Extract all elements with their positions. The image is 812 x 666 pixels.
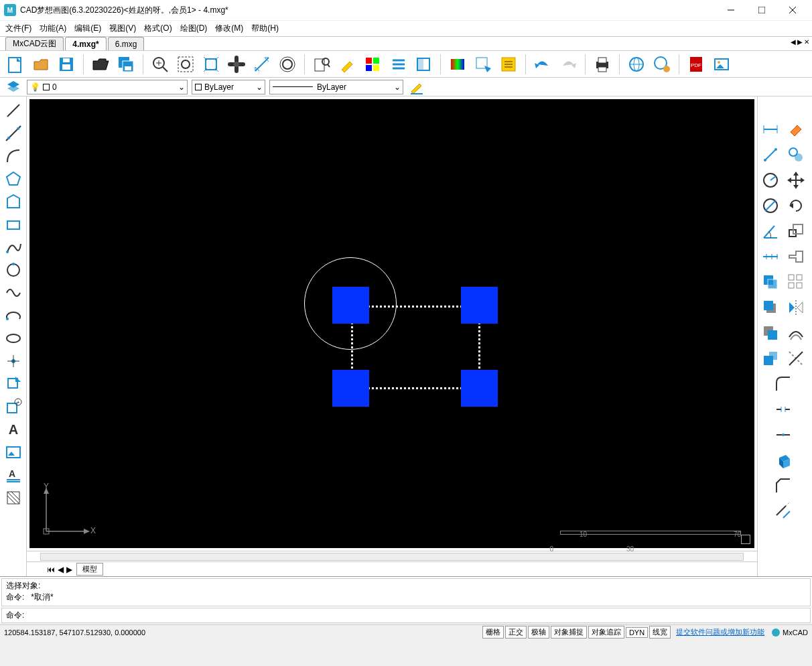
tab-prev-icon[interactable]: ◀: [791, 38, 796, 46]
feedback-link[interactable]: 提交软件问题或增加新功能: [676, 627, 764, 637]
break-icon[interactable]: [758, 397, 809, 422]
zoom-in-icon[interactable]: [149, 53, 172, 76]
measure-icon[interactable]: [251, 53, 273, 76]
pan-icon[interactable]: [225, 53, 248, 76]
new-file-icon[interactable]: [4, 53, 27, 76]
block-create-icon[interactable]: +: [2, 395, 25, 418]
lineweight-toggle[interactable]: 线宽: [649, 626, 671, 639]
h-scrollbar[interactable]: [27, 551, 757, 561]
globe-gear-icon[interactable]: [651, 53, 673, 76]
array-icon[interactable]: [783, 269, 809, 295]
fillet-icon[interactable]: [758, 371, 809, 397]
tab-prev-icon[interactable]: ◀: [58, 565, 64, 574]
copy-icon[interactable]: [783, 142, 809, 168]
tab-first-icon[interactable]: ⏮: [47, 565, 55, 574]
bring-front-icon[interactable]: [758, 295, 783, 320]
globe-icon[interactable]: [625, 53, 648, 76]
point-tool-icon[interactable]: [2, 350, 25, 373]
dim-continue-icon[interactable]: [758, 244, 783, 269]
redo-icon[interactable]: [557, 53, 580, 76]
doc-tab[interactable]: 4.mxg*: [65, 37, 106, 50]
viewcube-icon[interactable]: [741, 535, 750, 544]
chamfer-icon[interactable]: [758, 473, 809, 498]
command-input[interactable]: [27, 611, 806, 620]
save-icon[interactable]: [55, 53, 78, 76]
ellipse-tool-icon[interactable]: [2, 327, 25, 350]
offset-icon[interactable]: [783, 320, 809, 346]
arc-tool-icon[interactable]: [2, 145, 25, 168]
list-icon[interactable]: [387, 53, 409, 76]
folder-open-icon[interactable]: [89, 53, 112, 76]
menu-file[interactable]: 文件(F): [5, 23, 31, 34]
send-back-icon[interactable]: [758, 320, 783, 346]
color-palette-icon[interactable]: [361, 53, 384, 76]
dim-radius-icon[interactable]: [758, 168, 783, 193]
dim-angular-icon[interactable]: [758, 218, 783, 244]
undo-icon[interactable]: [531, 53, 554, 76]
maximize-button[interactable]: [746, 0, 777, 20]
circle-tool-icon[interactable]: [2, 259, 25, 281]
find-icon[interactable]: [310, 53, 333, 76]
pdf-icon[interactable]: PDF: [685, 53, 707, 76]
polygon-tool-icon[interactable]: [2, 168, 25, 190]
polar-toggle[interactable]: 极轴: [528, 626, 549, 639]
osnap-toggle[interactable]: 对象捕捉: [551, 626, 587, 639]
zoom-extents-icon[interactable]: [200, 53, 222, 76]
otrack-toggle[interactable]: 对象追踪: [588, 626, 624, 639]
dyn-toggle[interactable]: DYN: [626, 627, 648, 638]
zoom-window-icon[interactable]: [174, 53, 197, 76]
curve-tool-icon[interactable]: [2, 281, 25, 304]
rectangle-tool-icon[interactable]: [2, 213, 25, 236]
zoom-realtime-icon[interactable]: [276, 53, 299, 76]
print-icon[interactable]: [591, 53, 614, 76]
menu-format[interactable]: 格式(O): [144, 23, 172, 34]
ellipse-arc-icon[interactable]: [2, 304, 25, 327]
text-tool-icon[interactable]: A: [2, 418, 25, 441]
highlight-icon[interactable]: [336, 53, 358, 76]
gradient-icon[interactable]: [446, 53, 469, 76]
dim-aligned-icon[interactable]: [758, 142, 783, 168]
layer-icon[interactable]: [412, 53, 435, 76]
properties-icon[interactable]: [497, 53, 520, 76]
linetype-dropdown[interactable]: ByLayer ⌄: [192, 80, 265, 94]
layers-stack-icon[interactable]: [758, 269, 783, 295]
block-insert-icon[interactable]: [2, 373, 25, 395]
drawing-canvas[interactable]: Y X 10 70 30 0: [29, 99, 754, 548]
construction-line-icon[interactable]: [2, 122, 25, 145]
command-line[interactable]: 命令:: [1, 608, 811, 623]
stretch-icon[interactable]: [783, 244, 809, 269]
mirror-icon[interactable]: [783, 295, 809, 320]
edit-pencil-icon[interactable]: [407, 79, 426, 95]
dim-linear-icon[interactable]: [758, 117, 783, 142]
dim-diameter-icon[interactable]: [758, 193, 783, 218]
model-tab[interactable]: 模型: [76, 563, 103, 576]
menu-edit[interactable]: 编辑(E): [74, 23, 101, 34]
lineweight-dropdown[interactable]: ByLayer ⌄: [269, 80, 403, 94]
doc-tab[interactable]: 6.mxg: [108, 37, 145, 50]
explode-icon[interactable]: [758, 422, 809, 448]
trim-icon[interactable]: [783, 346, 809, 371]
scale-icon[interactable]: [783, 218, 809, 244]
menu-func[interactable]: 功能(A): [40, 23, 66, 34]
doc-tab[interactable]: MxCAD云图: [5, 37, 64, 50]
hatch-tool-icon[interactable]: [2, 486, 25, 509]
layer-manager-icon[interactable]: [4, 79, 23, 95]
menu-modify[interactable]: 修改(M): [215, 23, 243, 34]
erase-icon[interactable]: [783, 117, 809, 142]
tab-close-icon[interactable]: ✕: [804, 38, 809, 46]
menu-help[interactable]: 帮助(H): [251, 23, 279, 34]
menu-draw[interactable]: 绘图(D): [180, 23, 208, 34]
box-3d-icon[interactable]: [758, 448, 809, 473]
save-as-icon[interactable]: [115, 53, 137, 76]
minimize-button[interactable]: [716, 0, 746, 20]
rotate-icon[interactable]: [783, 193, 809, 218]
group-icon[interactable]: [758, 346, 783, 371]
shape-tool-icon[interactable]: [2, 190, 25, 213]
image-insert-icon[interactable]: [2, 441, 25, 464]
image-icon[interactable]: [710, 53, 733, 76]
tab-next-icon[interactable]: ▶: [797, 38, 803, 46]
move-icon[interactable]: [783, 168, 809, 193]
close-button[interactable]: [777, 0, 808, 20]
extend-icon[interactable]: [758, 498, 809, 524]
spline-tool-icon[interactable]: [2, 236, 25, 259]
